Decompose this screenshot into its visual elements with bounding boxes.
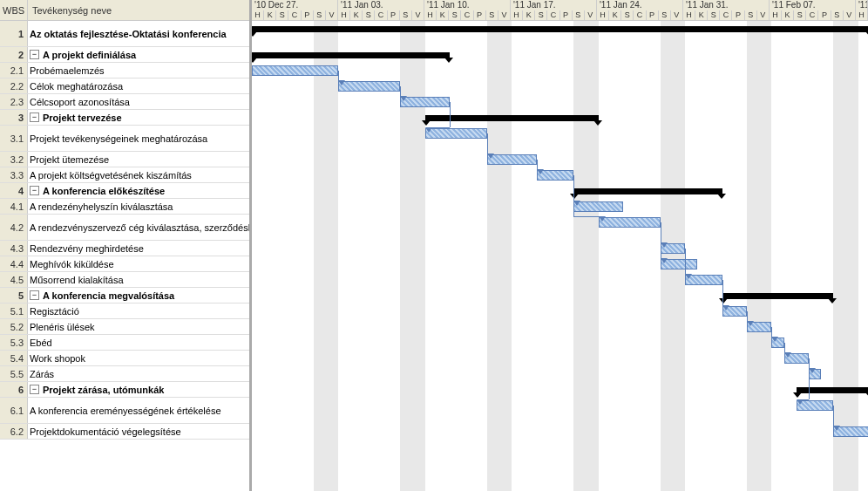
dependency-line: [400, 86, 401, 96]
gantt-row: [252, 21, 868, 47]
task-row[interactable]: 2.2Célok meghatározása: [0, 78, 249, 94]
summary-bar[interactable]: [252, 52, 450, 58]
timeline-day: K: [264, 10, 276, 21]
task-name-label: Work shopok: [30, 353, 85, 364]
expander-icon[interactable]: −: [30, 113, 39, 122]
task-row[interactable]: 4.1A rendezényhelyszín kiválasztása: [0, 199, 249, 215]
task-name-label: A rendezvényszervező cég kiválasztása, s…: [30, 222, 249, 233]
gantt-row: [252, 256, 868, 272]
task-row[interactable]: 6.1A konferencia ereményességének értéke…: [0, 398, 249, 424]
timeline-day: P: [818, 10, 831, 21]
gantt-row: [252, 382, 868, 398]
task-row[interactable]: 5.4Work shopok: [0, 351, 249, 366]
summary-bar[interactable]: [797, 387, 868, 393]
dependency-arrow-icon: [338, 80, 345, 85]
timeline-day: H: [856, 10, 868, 21]
column-header-wbs[interactable]: WBS: [0, 0, 28, 20]
wbs-cell: 3.2: [0, 152, 28, 167]
task-row[interactable]: 5.5Zárás: [0, 366, 249, 382]
gantt-row: [252, 303, 868, 319]
wbs-cell: 2.2: [0, 78, 28, 93]
timeline-week: '11 Jan 31.: [683, 0, 770, 10]
name-cell: Zárás: [28, 366, 249, 381]
task-name-label: Projekt tervezése: [43, 113, 122, 123]
timeline-day: C: [720, 10, 732, 21]
dependency-line: [338, 71, 339, 80]
summary-bar[interactable]: [573, 188, 722, 194]
summary-bar[interactable]: [252, 26, 868, 32]
task-name-label: A projekt definiálása: [43, 50, 136, 60]
expander-icon[interactable]: −: [30, 50, 39, 59]
wbs-cell: 2.3: [0, 94, 28, 109]
dependency-arrow-icon: [685, 274, 692, 279]
task-bar[interactable]: [338, 81, 400, 92]
task-row[interactable]: 3.3A projekt költségvetésének kiszámítás: [0, 167, 249, 183]
dependency-line: [537, 160, 538, 169]
gantt-row: [252, 366, 868, 382]
expander-icon[interactable]: −: [30, 186, 39, 195]
task-row[interactable]: 4.5Műsorrend kialakítása: [0, 272, 249, 288]
task-bar[interactable]: [425, 128, 487, 139]
timeline-week: '11 Feb 07.: [770, 0, 856, 10]
task-row[interactable]: 5.1Regisztáció: [0, 303, 249, 319]
task-bar[interactable]: [487, 154, 537, 165]
task-list-header: WBS Tevékenység neve: [0, 0, 249, 21]
wbs-cell: 2: [0, 47, 28, 62]
task-row[interactable]: 4.2A rendezvényszervező cég kiválasztása…: [0, 215, 249, 241]
timeline-day: P: [474, 10, 486, 21]
expander-icon[interactable]: −: [30, 385, 39, 394]
wbs-cell: 5.5: [0, 366, 28, 381]
task-name-label: Rendezvény meghirdetése: [30, 243, 144, 254]
timeline-day: H: [424, 10, 437, 21]
timeline-day: H: [683, 10, 695, 21]
task-bar[interactable]: [573, 201, 623, 212]
task-row[interactable]: 3.1Projekt tevékenységeinek meghatározás…: [0, 126, 249, 152]
task-row[interactable]: 4.3Rendezvény meghirdetése: [0, 241, 249, 256]
task-name-label: Célcsoport azonosítása: [30, 97, 130, 107]
dependency-arrow-icon: [797, 399, 804, 405]
task-row[interactable]: 5.3Ebéd: [0, 335, 249, 351]
task-row[interactable]: 4−A konferencia előkészítése: [0, 183, 249, 199]
name-cell: Célcsoport azonosítása: [28, 94, 249, 109]
task-row[interactable]: 4.4Meghívók kiküldése: [0, 256, 249, 272]
task-row[interactable]: 5.2Plenéris ülések: [0, 319, 249, 335]
column-header-name[interactable]: Tevékenység neve: [28, 0, 249, 20]
task-row[interactable]: 2.1Probémaelemzés: [0, 63, 249, 78]
task-bar[interactable]: [252, 65, 338, 76]
gantt-area[interactable]: [252, 21, 868, 491]
dependency-line: [771, 327, 772, 337]
name-cell: Plenéris ülések: [28, 319, 249, 334]
task-name-label: Projekt zárása, utómunkák: [43, 385, 164, 395]
task-bar[interactable]: [400, 97, 450, 107]
timeline-day: C: [634, 10, 646, 21]
timeline-day: K: [782, 10, 794, 21]
task-row[interactable]: 6.2Projektdokumentáció végelegsítése: [0, 424, 249, 440]
timeline-day: S: [708, 10, 720, 21]
dependency-line: [784, 343, 785, 352]
timeline-week: '11 Jan 03.: [338, 0, 424, 10]
timeline-day: K: [437, 10, 449, 21]
name-cell: Az oktatás fejlesztése-Oktatási konferen…: [28, 21, 249, 46]
wbs-cell: 3: [0, 110, 28, 125]
wbs-cell: 4.3: [0, 241, 28, 256]
timeline-day: C: [288, 10, 301, 21]
task-name-label: Probémaelemzés: [30, 65, 105, 76]
task-row[interactable]: 2.3Célcsoport azonosítása: [0, 94, 249, 110]
task-row[interactable]: 2−A projekt definiálása: [0, 47, 249, 63]
name-cell: A rendezvényszervező cég kiválasztása, s…: [28, 215, 249, 240]
timeline-day: H: [338, 10, 350, 21]
timeline-day: C: [375, 10, 387, 21]
task-row[interactable]: 5−A konferencia megvalósítása: [0, 288, 249, 303]
summary-bar[interactable]: [425, 115, 599, 121]
timeline-day: S: [535, 10, 547, 21]
task-row[interactable]: 6−Projekt zárása, utómunkák: [0, 382, 249, 398]
task-row[interactable]: 3.2Projekt ütemezése: [0, 152, 249, 167]
expander-icon[interactable]: −: [30, 290, 39, 300]
summary-bar[interactable]: [722, 293, 834, 299]
name-cell: Meghívók kiküldése: [28, 256, 249, 271]
wbs-cell: 2.1: [0, 63, 28, 78]
name-cell: −A konferencia megvalósítása: [28, 288, 249, 303]
task-row[interactable]: 1Az oktatás fejlesztése-Oktatási konfere…: [0, 21, 249, 47]
task-bar[interactable]: [599, 217, 661, 228]
task-row[interactable]: 3−Projekt tervezése: [0, 110, 249, 126]
